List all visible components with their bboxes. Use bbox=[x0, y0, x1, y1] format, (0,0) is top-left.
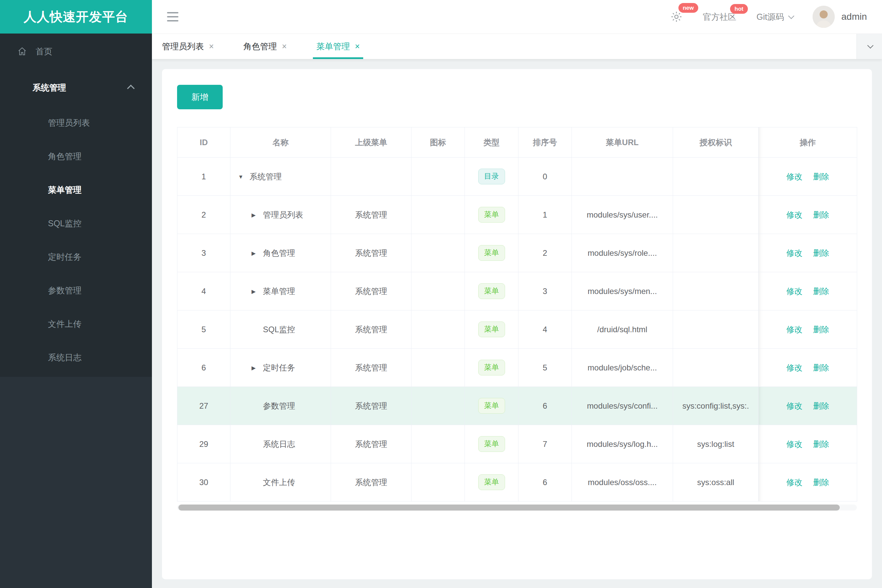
delete-link[interactable]: 删除 bbox=[813, 172, 829, 181]
delete-link[interactable]: 删除 bbox=[813, 401, 829, 410]
cell-parent: 系统管理 bbox=[331, 349, 412, 387]
community-link[interactable]: 官方社区 hot bbox=[703, 11, 736, 22]
delete-link[interactable]: 删除 bbox=[813, 363, 829, 372]
sidebar-item-menu-mgmt[interactable]: 菜单管理 bbox=[0, 173, 152, 207]
menu-table: ID 名称 上级菜单 图标 类型 排序号 菜单URL 授权标识 操作 1 bbox=[177, 127, 857, 501]
col-perms: 授权标识 bbox=[673, 128, 759, 158]
caret-right-icon[interactable]: ▶ bbox=[251, 365, 263, 371]
edit-link[interactable]: 修改 bbox=[786, 286, 802, 296]
cell-actions: 修改删除 bbox=[759, 196, 857, 234]
sidebar-group-label: 系统管理 bbox=[33, 82, 66, 93]
cell-parent: 系统管理 bbox=[331, 272, 412, 310]
cell-order: 1 bbox=[518, 196, 572, 234]
cell-order: 7 bbox=[518, 425, 572, 463]
cell-name: ▶角色管理 bbox=[230, 234, 331, 272]
col-parent: 上级菜单 bbox=[331, 128, 412, 158]
caret-right-icon[interactable]: ▶ bbox=[251, 212, 263, 218]
delete-link[interactable]: 删除 bbox=[813, 248, 829, 258]
tab-admin-list[interactable]: 管理员列表 × bbox=[162, 34, 214, 59]
sidebar: 人人快速开发平台 首页 系统管理 管理员列表 角色管理 菜单管理 SQL监控 定… bbox=[0, 0, 152, 588]
sidebar-item-file-upload[interactable]: 文件上传 bbox=[0, 307, 152, 340]
tab-role-mgmt[interactable]: 角色管理 × bbox=[243, 34, 287, 59]
hot-badge: hot bbox=[730, 4, 748, 14]
cell-perms: sys:config:list,sys:. bbox=[673, 387, 759, 425]
tab-menu-mgmt[interactable]: 菜单管理 × bbox=[316, 34, 360, 59]
sidebar-group-system[interactable]: 系统管理 bbox=[0, 69, 152, 106]
edit-link[interactable]: 修改 bbox=[786, 172, 802, 181]
sidebar-item-system-log[interactable]: 系统日志 bbox=[0, 340, 152, 374]
caret-right-icon[interactable]: ▶ bbox=[251, 288, 263, 295]
sidebar-item-admin-list[interactable]: 管理员列表 bbox=[0, 106, 152, 140]
cell-id: 4 bbox=[177, 272, 230, 310]
cell-type: 菜单 bbox=[465, 272, 518, 310]
cell-url: modules/sys/user.... bbox=[572, 196, 673, 234]
delete-link[interactable]: 删除 bbox=[813, 440, 829, 448]
cell-actions: 修改删除 bbox=[759, 158, 857, 196]
chevron-up-icon bbox=[127, 85, 135, 93]
delete-link[interactable]: 删除 bbox=[813, 325, 829, 334]
cell-id: 1 bbox=[177, 158, 230, 196]
cell-parent: 系统管理 bbox=[331, 463, 412, 501]
type-badge: 菜单 bbox=[478, 398, 505, 413]
cell-name: ▼系统管理 bbox=[230, 158, 331, 196]
cell-id: 2 bbox=[177, 196, 230, 234]
edit-link[interactable]: 修改 bbox=[786, 325, 802, 334]
cell-type: 菜单 bbox=[465, 234, 518, 272]
cell-name: SQL监控 bbox=[230, 310, 331, 349]
close-icon[interactable]: × bbox=[282, 42, 287, 51]
sidebar-item-role-mgmt[interactable]: 角色管理 bbox=[0, 140, 152, 173]
edit-link[interactable]: 修改 bbox=[786, 210, 802, 219]
gear-icon bbox=[670, 10, 683, 23]
cell-type: 菜单 bbox=[465, 196, 518, 234]
cell-url bbox=[572, 158, 673, 196]
caret-down-icon[interactable]: ▼ bbox=[238, 174, 249, 180]
settings-menu[interactable]: new bbox=[670, 10, 683, 23]
cell-perms bbox=[673, 234, 759, 272]
type-badge: 菜单 bbox=[478, 207, 505, 222]
col-id: ID bbox=[177, 128, 230, 158]
sidebar-item-scheduled-tasks[interactable]: 定时任务 bbox=[0, 240, 152, 273]
community-label: 官方社区 bbox=[703, 11, 736, 22]
type-badge: 菜单 bbox=[478, 321, 505, 337]
cell-url: modules/sys/confi... bbox=[572, 387, 673, 425]
table-row: 5 SQL监控 系统管理 菜单 4 /druid/sql.html 修改删除 bbox=[177, 310, 857, 349]
close-icon[interactable]: × bbox=[209, 42, 214, 51]
edit-link[interactable]: 修改 bbox=[786, 401, 802, 410]
cell-name: 参数管理 bbox=[230, 387, 331, 425]
cell-id: 3 bbox=[177, 234, 230, 272]
delete-link[interactable]: 删除 bbox=[813, 210, 829, 219]
user-menu[interactable]: admin bbox=[813, 6, 867, 28]
delete-link[interactable]: 删除 bbox=[813, 286, 829, 296]
cell-parent: 系统管理 bbox=[331, 196, 412, 234]
scrollbar-thumb[interactable] bbox=[179, 504, 840, 510]
chevron-down-icon bbox=[788, 13, 794, 19]
sidebar-item-param-mgmt[interactable]: 参数管理 bbox=[0, 273, 152, 307]
edit-link[interactable]: 修改 bbox=[786, 478, 802, 487]
cell-name: ▶菜单管理 bbox=[230, 272, 331, 310]
cell-actions: 修改删除 bbox=[759, 349, 857, 387]
edit-link[interactable]: 修改 bbox=[786, 248, 802, 258]
tab-label: 管理员列表 bbox=[162, 41, 204, 52]
cell-perms bbox=[673, 196, 759, 234]
close-icon[interactable]: × bbox=[355, 42, 360, 51]
cell-parent: 系统管理 bbox=[331, 310, 412, 349]
sidebar-item-sql-monitor[interactable]: SQL监控 bbox=[0, 207, 152, 240]
type-badge: 目录 bbox=[478, 169, 505, 184]
edit-link[interactable]: 修改 bbox=[786, 363, 802, 372]
cell-order: 4 bbox=[518, 310, 572, 349]
tab-overflow-button[interactable] bbox=[856, 34, 882, 59]
caret-right-icon[interactable]: ▶ bbox=[251, 250, 263, 256]
add-button[interactable]: 新增 bbox=[177, 85, 223, 109]
cell-url: modules/job/sche... bbox=[572, 349, 673, 387]
hamburger-icon[interactable] bbox=[167, 12, 179, 21]
git-source-menu[interactable]: Git源码 bbox=[757, 11, 792, 22]
cell-actions: 修改删除 bbox=[759, 387, 857, 425]
col-order: 排序号 bbox=[518, 128, 572, 158]
delete-link[interactable]: 删除 bbox=[813, 478, 829, 487]
cell-type: 菜单 bbox=[465, 349, 518, 387]
cell-name: 系统日志 bbox=[230, 425, 331, 463]
git-source-label: Git源码 bbox=[757, 11, 784, 22]
app-title: 人人快速开发平台 bbox=[24, 8, 128, 26]
edit-link[interactable]: 修改 bbox=[786, 440, 802, 448]
sidebar-item-home[interactable]: 首页 bbox=[0, 33, 152, 69]
